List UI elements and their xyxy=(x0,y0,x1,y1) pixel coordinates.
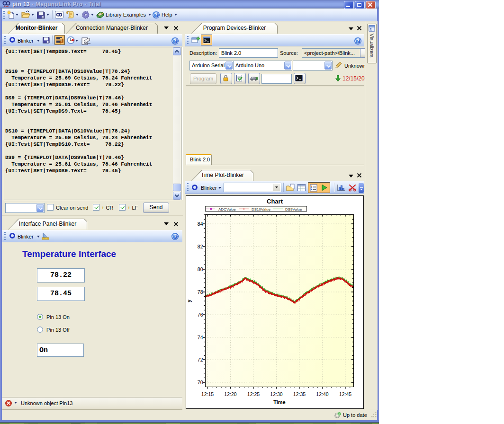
svg-text:72: 72 xyxy=(198,357,203,362)
svg-text:80: 80 xyxy=(198,266,203,272)
svg-text:84: 84 xyxy=(198,221,203,227)
svg-text:Chart: Chart xyxy=(267,198,283,205)
svg-text:70: 70 xyxy=(198,380,203,385)
svg-text:12:25: 12:25 xyxy=(247,391,260,397)
svg-text:78: 78 xyxy=(198,289,203,295)
svg-text:76: 76 xyxy=(198,312,203,318)
svg-text:12:40: 12:40 xyxy=(316,391,328,397)
svg-text:12:45: 12:45 xyxy=(339,391,351,397)
svg-text:12:30: 12:30 xyxy=(270,391,282,397)
svg-text:ADCValue: ADCValue xyxy=(218,207,236,212)
svg-text:12:20: 12:20 xyxy=(224,391,236,397)
svg-text:12:15: 12:15 xyxy=(201,391,214,397)
svg-text:12:35: 12:35 xyxy=(293,391,306,397)
svg-text:74: 74 xyxy=(198,335,203,340)
svg-text:82: 82 xyxy=(198,244,203,249)
svg-text:Time: Time xyxy=(273,399,285,405)
svg-text:DS10Value: DS10Value xyxy=(252,207,270,212)
svg-text:y: y xyxy=(187,300,192,302)
svg-text:DS9Value: DS9Value xyxy=(285,207,302,212)
